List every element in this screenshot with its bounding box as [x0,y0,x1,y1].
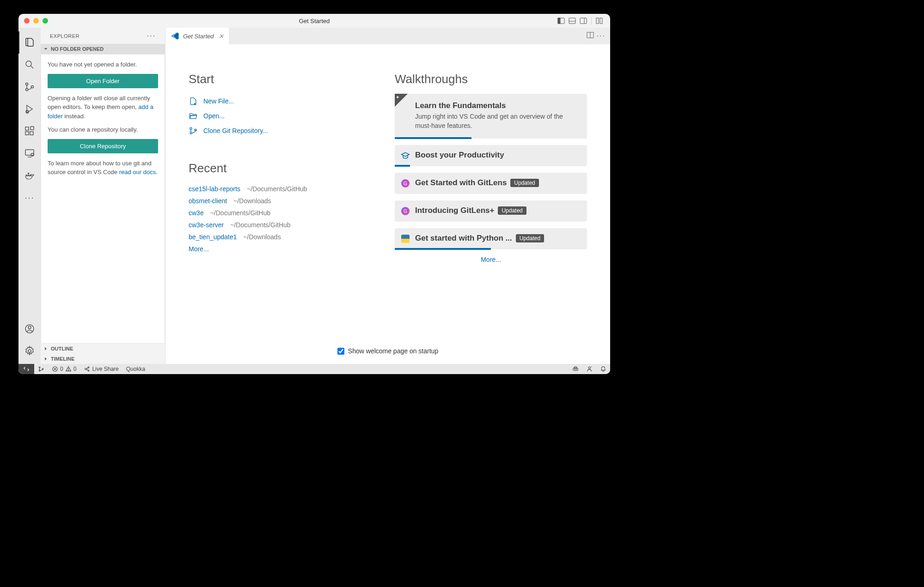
featured-star-icon [395,94,408,107]
overflow-icon[interactable]: ··· [24,187,34,209]
search-icon[interactable] [18,54,41,76]
activity-bar: ··· [18,28,41,364]
copilot-icon[interactable] [569,366,582,372]
explorer-icon[interactable] [18,31,41,54]
source-control-icon[interactable] [18,76,41,98]
walkthrough-gitlens[interactable]: G Get Started with GitLensUpdated [395,173,587,194]
welcome-page: Start New File... Open... Clone Git Repo… [165,44,610,338]
recent-item[interactable]: be_tien_update1~/Downloads [189,231,381,243]
start-heading: Start [189,72,381,86]
walkthrough-fundamentals[interactable]: Learn the Fundamentals Jump right into V… [395,94,587,139]
walkthrough-title: Get started with Python ...Updated [415,234,580,243]
svg-rect-15 [25,132,29,135]
sidebar-header: EXPLORER ··· [41,28,165,44]
sidebar-more-icon[interactable]: ··· [147,32,156,40]
svg-rect-24 [28,173,29,174]
recent-name: cw3e-server [189,221,224,229]
timeline-label: TIMELINE [51,356,74,362]
maximize-window-button[interactable] [43,18,48,24]
walkthrough-title: Get Started with GitLensUpdated [415,178,580,188]
customize-layout-icon[interactable] [594,16,605,26]
show-welcome-checkbox[interactable] [337,348,344,355]
walkthrough-productivity[interactable]: Boost your Productivity [395,145,587,166]
vscode-logo-icon [171,32,179,40]
feedback-icon[interactable] [582,366,596,372]
open-folder-button[interactable]: Open Folder [48,74,158,88]
svg-point-40 [68,370,68,370]
quokka-status[interactable]: Quokka [122,364,149,374]
open-link[interactable]: Open... [189,109,381,123]
svg-rect-46 [573,368,578,370]
toggle-panel-icon[interactable] [567,16,577,26]
close-window-button[interactable] [24,18,30,24]
walkthrough-title: Boost your Productivity [415,151,580,160]
recent-more-link[interactable]: More... [189,243,381,255]
no-folder-section-header[interactable]: NO FOLDER OPENED [41,44,165,54]
read-docs-link[interactable]: read our docs [119,169,156,175]
python-icon [400,234,410,244]
vscode-window: Get Started ··· EXPLORER [18,14,610,374]
recent-path: ~/Documents/GitHub [247,185,307,193]
tab-label: Get Started [183,33,214,40]
tab-get-started[interactable]: Get Started ✕ [165,28,230,44]
progress-bar [395,248,491,250]
minimize-window-button[interactable] [33,18,39,24]
clone-git-link[interactable]: Clone Git Repository... [189,123,381,138]
svg-point-33 [39,367,40,368]
recent-item[interactable]: obsmet-client~/Downloads [189,195,381,207]
toggle-primary-sidebar-icon[interactable] [556,16,566,26]
more-actions-icon[interactable]: ··· [597,32,606,40]
svg-rect-2 [569,18,575,24]
updated-badge: Updated [510,179,538,187]
svg-rect-6 [596,18,599,24]
new-file-link[interactable]: New File... [189,94,381,109]
svg-point-10 [26,83,28,85]
run-debug-icon[interactable] [18,98,41,120]
walkthrough-gitlens-plus[interactable]: G Introducing GitLens+Updated [395,200,587,222]
close-tab-icon[interactable]: ✕ [217,32,225,40]
window-title: Get Started [299,18,330,24]
svg-line-44 [87,368,89,369]
toggle-secondary-sidebar-icon[interactable] [578,16,588,26]
outline-section-header[interactable]: OUTLINE [41,344,165,354]
clone-repository-button[interactable]: Clone Repository [48,139,158,153]
docker-icon[interactable] [18,164,41,187]
recent-item[interactable]: cw3e~/Documents/GitHub [189,207,381,219]
recent-name: cw3e [189,209,204,217]
problems-status[interactable]: 0 0 [48,364,80,374]
recent-name: cse15l-lab-reports [189,185,240,193]
git-branch-status[interactable] [34,364,48,374]
git-branch-icon [189,126,198,135]
recent-section: Recent cse15l-lab-reports~/Documents/Git… [189,161,381,255]
separator [591,17,592,24]
recent-item[interactable]: cse15l-lab-reports~/Documents/GitHub [189,183,381,195]
extensions-icon[interactable] [18,120,41,142]
settings-gear-icon[interactable] [18,340,41,362]
svg-point-26 [28,326,31,329]
workbench: ··· EXPLORER ··· NO FOLDER OPENED You ha… [18,28,610,364]
recent-path: ~/Downloads [243,233,281,241]
svg-point-49 [588,367,590,369]
accounts-icon[interactable] [18,318,41,340]
svg-rect-17 [31,127,34,130]
new-file-icon [189,97,198,106]
recent-item[interactable]: cw3e-server~/Documents/GitHub [189,219,381,231]
no-folder-panel: You have not yet opened a folder. Open F… [41,54,165,344]
walkthrough-python[interactable]: Get started with Python ...Updated [395,228,587,249]
live-share-status[interactable]: Live Share [80,364,122,374]
notifications-icon[interactable] [596,366,610,372]
updated-badge: Updated [516,234,544,242]
panel-text-1: You have not yet opened a folder. [48,60,158,69]
remote-indicator[interactable] [18,364,34,374]
svg-rect-7 [600,18,602,24]
svg-point-27 [28,350,31,352]
gitlens-icon: G [400,206,410,216]
timeline-section-header[interactable]: TIMELINE [41,354,165,364]
split-editor-icon[interactable] [587,31,594,41]
walkthroughs-more-link[interactable]: More... [395,256,587,263]
updated-badge: Updated [498,206,526,215]
svg-point-31 [190,132,192,134]
remote-explorer-icon[interactable] [18,142,41,164]
startup-label: Show welcome page on startup [348,347,438,355]
svg-rect-14 [25,127,29,130]
